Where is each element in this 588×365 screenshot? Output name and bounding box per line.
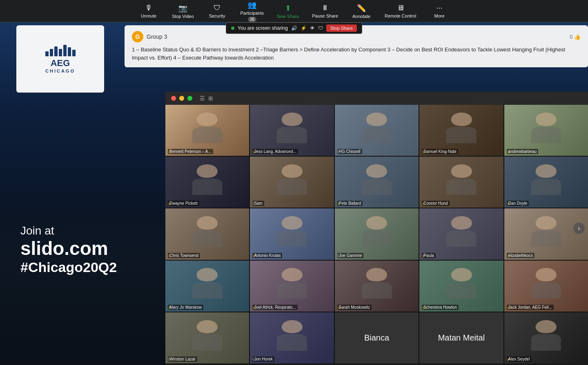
participant-name-label: Jack Jordan, AEG Fell... xyxy=(507,305,554,310)
eye-icon: 👁 xyxy=(310,25,315,31)
microphone-icon: 🎙 xyxy=(145,4,152,12)
participant-cell[interactable]: ⚡Paula xyxy=(419,208,503,259)
participant-cell[interactable]: ⚡Sarah Moskowitz xyxy=(335,261,419,312)
window-controls: ☰ ⊞ xyxy=(165,92,588,105)
face-silhouette xyxy=(527,164,565,195)
join-section: Join at slido.com #Chicago20Q2 xyxy=(20,224,117,275)
like-count: 0 👍 xyxy=(570,34,581,40)
face-silhouette xyxy=(443,216,480,247)
face-silhouette xyxy=(358,216,395,247)
bar-1 xyxy=(45,51,49,56)
pause-share-button[interactable]: ⏸ Pause Share xyxy=(312,4,338,18)
participant-cell[interactable]: 🎙Jon Horek xyxy=(250,312,334,363)
slido-url: slido.com xyxy=(20,237,117,259)
group-name: Group 3 xyxy=(147,33,167,40)
group-avatar: G xyxy=(132,31,143,42)
participant-name-label: Joe Gammie xyxy=(337,253,364,258)
share-icon: ⬆ xyxy=(285,4,291,13)
participant-cell[interactable]: ⚡Joel Africk, Respirato... xyxy=(250,261,334,312)
security-icon: 🛡 xyxy=(214,4,221,12)
chicago-text: CHICAGO xyxy=(45,69,76,73)
face-silhouette xyxy=(527,320,565,351)
participant-cell[interactable]: ⚡Chris Townsend xyxy=(165,208,249,259)
participant-name-label: Bianca xyxy=(364,333,389,343)
scroll-next-button[interactable]: › xyxy=(573,223,585,234)
participant-name-label: Bennett Peterson – A... xyxy=(168,149,213,154)
join-at-label: Join at xyxy=(20,224,117,237)
logo-bars xyxy=(45,45,76,56)
annotate-icon: ✏️ xyxy=(357,4,366,13)
group-badge: G Group 3 xyxy=(132,31,167,42)
grid-view-icon[interactable]: ⊞ xyxy=(208,95,213,102)
face-silhouette xyxy=(358,113,395,143)
participant-cell[interactable]: 🎙Winston Lazar xyxy=(165,312,249,363)
participant-cell[interactable]: ⚡Schereina Howton xyxy=(419,261,503,312)
face-silhouette xyxy=(273,216,311,247)
participant-name-label: Alex Seydel xyxy=(507,356,532,362)
participant-cell[interactable]: ⚡Bennett Peterson – A... xyxy=(165,105,249,156)
participant-cell[interactable]: ⚡andrewbarbeau xyxy=(504,105,588,156)
remote-control-button[interactable]: 🖥 Remote Control xyxy=(385,4,416,18)
participant-name-label: Matan Meital xyxy=(438,333,485,343)
participant-cell[interactable]: ⚡Pete Ballard xyxy=(335,157,419,208)
shield-icon: 🛡 xyxy=(318,25,323,31)
participant-cell[interactable]: Matan Meital xyxy=(419,312,503,363)
participant-cell[interactable]: 🎙Joe Gammie xyxy=(335,208,419,259)
maximize-window-button[interactable] xyxy=(187,96,192,101)
face-silhouette xyxy=(443,268,480,299)
participant-cell[interactable]: ⚡elizabethkocs xyxy=(504,208,588,259)
participants-button[interactable]: 👥 Participants 38 xyxy=(241,0,264,22)
participants-icon: 👥 xyxy=(247,0,256,9)
stop-video-button[interactable]: 📷 Stop Video xyxy=(172,4,194,19)
bar-2 xyxy=(50,49,53,56)
participant-name-label: andrewbarbeau xyxy=(507,149,539,154)
list-view-icon[interactable]: ☰ xyxy=(200,95,205,102)
face-silhouette xyxy=(527,268,565,299)
face-silhouette xyxy=(188,113,226,143)
bar-5 xyxy=(63,45,67,56)
participant-name-label: HG Chissell xyxy=(337,149,362,154)
stop-share-button[interactable]: Stop Share xyxy=(326,24,357,32)
participants-label: Participants xyxy=(241,11,264,15)
participant-cell[interactable]: ⚡Dwayne Pickett xyxy=(165,157,249,208)
participant-cell[interactable]: 🎙HG Chissell xyxy=(335,105,419,156)
participant-name-label: Jon Horek xyxy=(252,356,274,362)
participant-name-label: Mary Jo Warskow xyxy=(168,305,203,310)
face-silhouette xyxy=(443,164,480,195)
unmute-button[interactable]: 🎙 Unmute xyxy=(138,4,159,18)
view-icons: ☰ ⊞ xyxy=(200,95,213,102)
more-icon: ··· xyxy=(437,4,443,12)
participant-cell[interactable]: ⚡Samuel King-Nabi xyxy=(419,105,503,156)
participant-cell[interactable]: ⚡Antonio Krulas xyxy=(250,208,334,259)
participant-cell[interactable]: ⚡Jess Lang, Advanced... xyxy=(250,105,334,156)
participant-name-label: Joel Africk, Respirato... xyxy=(252,305,297,310)
face-silhouette xyxy=(443,113,480,143)
participant-cell[interactable]: Bianca xyxy=(335,312,419,363)
participant-cell[interactable]: ⚡Alex Seydel xyxy=(504,312,588,363)
participant-cell[interactable]: ⚡Jack Jordan, AEG Fell... xyxy=(504,261,588,312)
participant-name-label: Paula xyxy=(422,253,436,258)
close-window-button[interactable] xyxy=(171,96,176,101)
participant-name-label: elizabethkocs xyxy=(507,253,535,258)
more-button[interactable]: ··· More xyxy=(429,4,450,18)
pause-icon: ⏸ xyxy=(321,4,329,12)
bar-6 xyxy=(68,47,71,56)
aeg-logo-panel: AEG CHICAGO xyxy=(16,25,104,93)
minimize-window-button[interactable] xyxy=(179,96,184,101)
face-silhouette xyxy=(527,113,565,143)
participant-name-label: Sam xyxy=(252,201,264,206)
bar-4 xyxy=(59,49,62,56)
share-banner: You are screen sharing 🔊 ⚡ 👁 🛡 Stop Shar… xyxy=(226,22,362,34)
participants-count: 38 xyxy=(248,17,256,22)
remote-control-icon: 🖥 xyxy=(397,4,404,12)
annotate-button[interactable]: ✏️ Annotate xyxy=(351,4,372,19)
signal-icon: ⚡ xyxy=(301,25,307,31)
participant-cell[interactable]: 🎙Sam xyxy=(250,157,334,208)
new-share-button[interactable]: ⬆ New Share xyxy=(277,4,299,19)
participant-cell[interactable]: ⚡Mary Jo Warskow xyxy=(165,261,249,312)
unmute-label: Unmute xyxy=(141,13,157,18)
participant-name-label: Dan Doyle xyxy=(507,201,529,206)
security-button[interactable]: 🛡 Security xyxy=(207,4,227,18)
participant-cell[interactable]: ⚡Dan Doyle xyxy=(504,157,588,208)
participant-cell[interactable]: ⚡Connor Hund xyxy=(419,157,503,208)
